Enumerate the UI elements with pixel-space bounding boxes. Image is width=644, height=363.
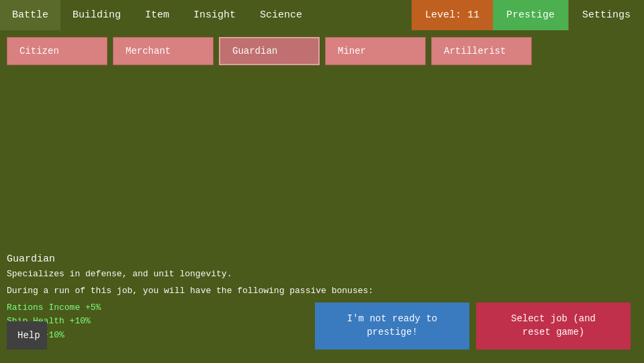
bottom-action-buttons: I'm not ready to prestige! Select job (a… xyxy=(315,302,631,350)
top-navigation: Battle Building Item Insight Science Lev… xyxy=(0,0,644,30)
job-card-merchant[interactable]: Merchant xyxy=(113,37,214,65)
prestige-button[interactable]: Prestige xyxy=(493,0,568,30)
job-cards-row: Citizen Merchant Guardian Miner Artiller… xyxy=(0,30,644,87)
job-description: Specializes in defense, and unit longevi… xyxy=(7,269,637,279)
tab-science[interactable]: Science xyxy=(248,0,314,30)
job-card-artillerist[interactable]: Artillerist xyxy=(431,37,532,65)
select-job-button[interactable]: Select job (and reset game) xyxy=(476,302,631,350)
tab-building[interactable]: Building xyxy=(60,0,133,30)
settings-button[interactable]: Settings xyxy=(568,0,644,30)
help-button[interactable]: Help xyxy=(7,321,47,350)
tab-battle[interactable]: Battle xyxy=(0,0,60,30)
job-card-citizen[interactable]: Citizen xyxy=(7,37,107,65)
job-title: Guardian xyxy=(7,253,637,265)
passive-bonus-header: During a run of this job, you will have … xyxy=(7,286,637,296)
not-ready-button[interactable]: I'm not ready to prestige! xyxy=(315,302,469,350)
job-card-miner[interactable]: Miner xyxy=(325,37,426,65)
job-card-guardian[interactable]: Guardian xyxy=(219,37,320,65)
tab-insight[interactable]: Insight xyxy=(181,0,248,30)
level-display: Level: 11 xyxy=(412,0,493,30)
tab-item[interactable]: Item xyxy=(133,0,181,30)
